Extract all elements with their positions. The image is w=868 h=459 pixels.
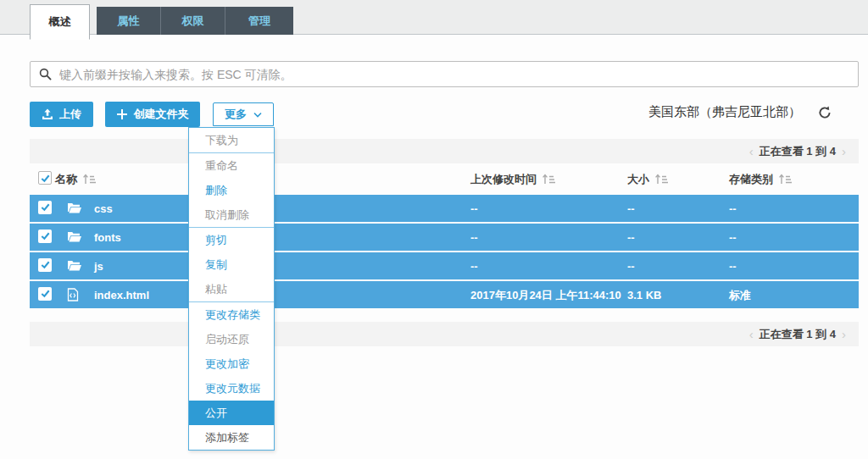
page-next-icon[interactable]: ›: [836, 144, 852, 158]
menu-item-copy[interactable]: 复制: [189, 252, 274, 277]
storage-class-cell: --: [729, 202, 737, 215]
size-cell: --: [627, 231, 635, 244]
menu-item-initiate-restore[interactable]: 启动还原: [189, 327, 274, 351]
viewing-range-label: 正在查看 1 到 4: [760, 144, 836, 159]
region-label: 美国东部（弗吉尼亚北部）: [648, 104, 801, 120]
modified-cell: --: [470, 202, 478, 215]
upload-icon: [42, 108, 53, 120]
menu-item-delete[interactable]: 删除: [189, 178, 274, 202]
create-folder-button-label: 创建文件夹: [133, 107, 188, 122]
table-row[interactable]: css -- -- --: [30, 195, 859, 222]
pagination-bar-bottom: ‹ 正在查看 1 到 4 ›: [30, 322, 859, 346]
search-input[interactable]: [59, 68, 849, 81]
size-cell: --: [627, 260, 635, 273]
size-cell: --: [627, 202, 635, 215]
menu-item-download-as[interactable]: 下载为: [189, 128, 274, 152]
sort-icon[interactable]: [542, 173, 556, 188]
menu-item-add-tags[interactable]: 添加标签: [189, 425, 274, 450]
modified-cell: 2017年10月24日 上午11:44:10: [470, 289, 621, 301]
chevron-down-icon: [253, 112, 262, 118]
tab-management[interactable]: 管理: [225, 7, 293, 35]
pagination-bar-top: ‹ 正在查看 1 到 4 ›: [30, 139, 859, 163]
modified-cell: --: [470, 260, 478, 273]
table-row[interactable]: index.html 2017年10月24日 上午11:44:10 3.1 KB…: [30, 281, 859, 308]
folder-icon: [67, 260, 84, 272]
menu-item-make-public[interactable]: 公开: [189, 401, 274, 425]
object-name[interactable]: index.html: [94, 289, 149, 301]
column-header-name[interactable]: 名称: [55, 172, 77, 187]
s3-bucket-overview-page: 概述 属性 权限 管理 上传: [0, 0, 868, 459]
storage-class-cell: 标准: [729, 289, 751, 301]
search-bar: [30, 61, 859, 87]
column-header-size[interactable]: 大小: [627, 172, 649, 187]
object-name[interactable]: css: [94, 202, 113, 215]
page-prev-icon[interactable]: ‹: [743, 144, 760, 158]
select-all-checkbox[interactable]: [38, 171, 52, 185]
column-header-storage-class[interactable]: 存储类别: [729, 172, 773, 187]
storage-class-cell: --: [729, 260, 737, 273]
menu-item-change-encryption[interactable]: 更改加密: [189, 351, 274, 376]
create-folder-button[interactable]: 创建文件夹: [105, 102, 200, 127]
page-prev-icon[interactable]: ‹: [743, 327, 760, 341]
viewing-range-label: 正在查看 1 到 4: [760, 327, 836, 342]
more-button[interactable]: 更多: [213, 102, 274, 126]
menu-item-rename[interactable]: 重命名: [189, 153, 274, 178]
region-indicator: 美国东部（弗吉尼亚北部）: [648, 104, 832, 120]
folder-icon: [67, 202, 84, 214]
column-header-modified[interactable]: 上次修改时间: [470, 172, 537, 187]
row-checkbox[interactable]: [38, 258, 52, 272]
object-name[interactable]: js: [94, 260, 103, 273]
menu-item-cut[interactable]: 剪切: [189, 228, 274, 252]
plus-icon: [117, 109, 127, 119]
refresh-icon[interactable]: [818, 106, 832, 119]
menu-item-paste[interactable]: 粘贴: [189, 277, 274, 301]
table-row[interactable]: fonts -- -- --: [30, 224, 859, 251]
tab-permissions[interactable]: 权限: [161, 7, 225, 35]
upload-button-label: 上传: [59, 107, 81, 122]
page-next-icon[interactable]: ›: [836, 327, 852, 341]
more-dropdown-menu: 下载为 重命名 删除 取消删除 剪切 复制 粘贴 更改存储类 启动还原 更改加密…: [188, 127, 275, 451]
table-header: 名称 上次修改时间 大小: [30, 165, 859, 193]
upload-button[interactable]: 上传: [30, 102, 93, 127]
menu-item-change-storage-class[interactable]: 更改存储类: [189, 302, 274, 327]
row-checkbox[interactable]: [38, 201, 52, 214]
toolbar: 上传 创建文件夹 更多 美国东部（弗吉尼亚北部）: [30, 102, 859, 127]
search-icon: [39, 68, 52, 80]
table-row[interactable]: js -- -- --: [30, 252, 859, 279]
row-checkbox[interactable]: [38, 230, 52, 243]
tab-group: 属性 权限 管理: [97, 7, 293, 35]
tab-overview[interactable]: 概述: [30, 4, 90, 40]
storage-class-cell: --: [729, 231, 737, 244]
sort-icon[interactable]: [82, 173, 97, 188]
row-checkbox[interactable]: [38, 287, 52, 301]
menu-item-change-metadata[interactable]: 更改元数据: [189, 376, 274, 401]
modified-cell: --: [470, 231, 478, 244]
more-button-label: 更多: [225, 107, 247, 122]
size-cell: 3.1 KB: [627, 289, 661, 301]
file-html-icon: [67, 288, 84, 301]
sort-icon[interactable]: [778, 173, 793, 188]
menu-item-undo-delete[interactable]: 取消删除: [189, 202, 274, 227]
sort-icon[interactable]: [654, 173, 669, 188]
tab-properties[interactable]: 属性: [97, 7, 161, 35]
folder-icon: [67, 231, 84, 243]
object-name[interactable]: fonts: [94, 231, 121, 244]
